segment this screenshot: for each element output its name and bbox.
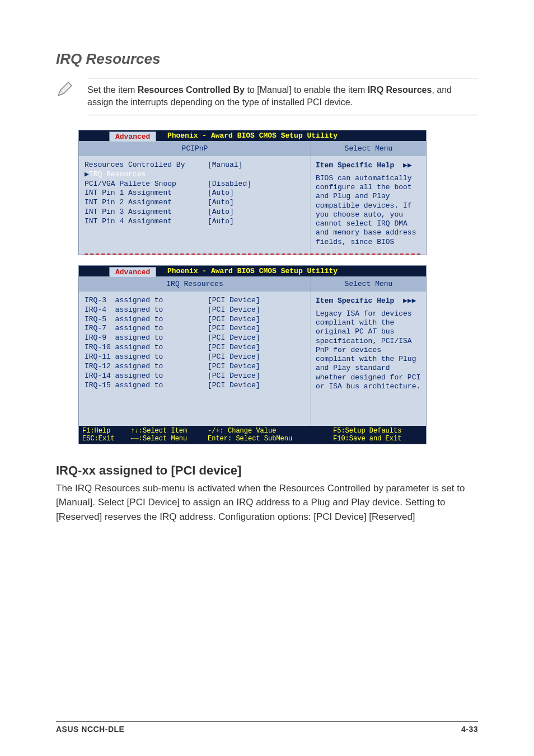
help-text: BIOS can automatically configure all the… bbox=[316, 174, 421, 247]
legend-save: F10:Save and Exit bbox=[333, 435, 423, 443]
bios-setting-label: IRQ-15 assigned to bbox=[85, 381, 208, 391]
bios-setting-row: INT Pin 3 Assignment[Auto] bbox=[85, 208, 305, 217]
footer-page-number: 4-33 bbox=[461, 725, 478, 734]
bios-setting-label: IRQ-14 assigned to bbox=[85, 372, 208, 381]
bios-setting-row: Resources Controlled By[Manual] bbox=[85, 161, 305, 170]
bios-setting-value: [PCI Device] bbox=[208, 324, 305, 334]
bios-setting-value: [PCI Device] bbox=[208, 353, 305, 362]
bios-screen-irq-resources: Phoenix - Award BIOS CMOS Setup Utility … bbox=[78, 265, 478, 444]
bios-setting-value: [Auto] bbox=[208, 198, 305, 208]
bios-setting-row: INT Pin 4 Assignment[Auto] bbox=[85, 217, 305, 227]
bios-setting-row: IRQ-15 assigned to[PCI Device] bbox=[85, 381, 305, 391]
bios-setting-row: INT Pin 2 Assignment[Auto] bbox=[85, 198, 305, 208]
bios-help-panel: Item Specific Help ▶▶ BIOS can automatic… bbox=[311, 156, 426, 253]
note-text-pre: Set the item bbox=[87, 85, 138, 95]
bios-setting-value: [PCI Device] bbox=[208, 296, 305, 306]
bios-setting-row: IRQ-11 assigned to[PCI Device] bbox=[85, 353, 305, 362]
bios-setting-label: INT Pin 3 Assignment bbox=[85, 208, 208, 217]
bios-setting-row: INT Pin 1 Assignment[Auto] bbox=[85, 189, 305, 198]
bios-setting-label: IRQ-11 assigned to bbox=[85, 353, 208, 362]
note-text-mid: to [Manual] to enable the item bbox=[245, 85, 368, 95]
bios-setting-value: [PCI Device] bbox=[208, 381, 305, 391]
bios-setting-value: [Auto] bbox=[208, 208, 305, 217]
bios-title-text: Phoenix - Award BIOS CMOS Setup Utility bbox=[167, 132, 338, 140]
bios-setting-label: IRQ-7 assigned to bbox=[85, 324, 208, 334]
section-heading: IRQ-xx assigned to [PCI device] bbox=[56, 463, 478, 478]
note-bold-1: Resources Controlled By bbox=[138, 85, 245, 95]
bios-setting-row: PCI/VGA Pallete Snoop[Disabled] bbox=[85, 180, 305, 189]
bios-setting-row: IRQ-5 assigned to[PCI Device] bbox=[85, 315, 305, 325]
section-body: The IRQ Resources sub-menu is activated … bbox=[56, 481, 478, 524]
help-text: Legacy ISA for devices compliant with th… bbox=[316, 309, 421, 391]
legend-enter: Enter: Select SubMenu bbox=[208, 435, 320, 443]
bios-main-panel: Resources Controlled By[Manual]IRQ Resou… bbox=[79, 156, 311, 253]
bios-footer-legend: F1:Help ↑↓:Select Item ESC:Exit ←→:Selec… bbox=[79, 426, 426, 444]
footer-product: ASUS NCCH-DLE bbox=[56, 725, 124, 734]
bios-setting-label: IRQ-5 assigned to bbox=[85, 315, 208, 325]
legend-change: -/+: Change Value bbox=[208, 427, 320, 435]
help-title-text: Item Specific Help bbox=[316, 297, 394, 305]
bios-setting-row: IRQ-14 assigned to[PCI Device] bbox=[85, 372, 305, 381]
bios-setting-label: PCI/VGA Pallete Snoop bbox=[85, 180, 208, 189]
bios-setting-value: [PCI Device] bbox=[208, 372, 305, 381]
bios-tab-advanced: Advanced bbox=[109, 267, 156, 277]
note-text: Set the item Resources Controlled By to … bbox=[87, 78, 478, 115]
help-arrows-icon: ▶▶ bbox=[399, 161, 411, 170]
pencil-icon bbox=[56, 80, 74, 98]
bios-setting-label: IRQ Resources bbox=[89, 170, 212, 180]
bios-setting-label: INT Pin 1 Assignment bbox=[85, 189, 208, 198]
bios-setting-value: [Auto] bbox=[208, 217, 305, 227]
note-bold-2: IRQ Resources bbox=[368, 85, 432, 95]
bios-setting-value: [PCI Device] bbox=[208, 343, 305, 353]
legend-exit: ESC:Exit ←→:Select Menu bbox=[82, 435, 194, 443]
bios-setting-value: [Disabled] bbox=[208, 180, 305, 189]
bios-left-header: IRQ Resources bbox=[79, 276, 311, 292]
bios-setting-label: INT Pin 4 Assignment bbox=[85, 217, 208, 227]
bios-setting-value: [PCI Device] bbox=[208, 315, 305, 325]
bios-setting-value: [Auto] bbox=[208, 189, 305, 198]
bios-setting-label: IRQ-3 assigned to bbox=[85, 296, 208, 306]
bios-titlebar: Phoenix - Award BIOS CMOS Setup Utility … bbox=[79, 130, 426, 141]
page-title: IRQ Resources bbox=[56, 50, 478, 68]
bios-setting-row: IRQ-3 assigned to[PCI Device] bbox=[85, 296, 305, 306]
bios-setting-label: IRQ-9 assigned to bbox=[85, 334, 208, 343]
bios-setting-row: IRQ-10 assigned to[PCI Device] bbox=[85, 343, 305, 353]
bios-setting-row: IRQ-12 assigned to[PCI Device] bbox=[85, 362, 305, 372]
legend-defaults: F5:Setup Defaults bbox=[333, 427, 423, 435]
bios-setting-value bbox=[212, 170, 305, 180]
bios-setting-row: IRQ-7 assigned to[PCI Device] bbox=[85, 324, 305, 334]
bios-setting-label: IRQ-12 assigned to bbox=[85, 362, 208, 372]
help-arrows-icon: ▶▶▶ bbox=[399, 296, 416, 305]
page-footer: ASUS NCCH-DLE 4-33 bbox=[56, 721, 478, 734]
help-title-text: Item Specific Help bbox=[316, 161, 394, 170]
note-block: Set the item Resources Controlled By to … bbox=[56, 78, 478, 115]
bios-setting-value: [Manual] bbox=[208, 161, 305, 170]
bios-right-header: Select Menu bbox=[311, 276, 426, 292]
bios-main-panel: IRQ-3 assigned to[PCI Device]IRQ-4 assig… bbox=[79, 292, 311, 426]
bios-left-header: PCIPnP bbox=[79, 141, 311, 156]
bios-setting-label: IRQ-4 assigned to bbox=[85, 306, 208, 315]
bios-setting-label: IRQ-10 assigned to bbox=[85, 343, 208, 353]
bios-help-panel: Item Specific Help ▶▶▶ Legacy ISA for de… bbox=[311, 292, 426, 426]
bios-setting-label: INT Pin 2 Assignment bbox=[85, 198, 208, 208]
bios-titlebar: Phoenix - Award BIOS CMOS Setup Utility … bbox=[79, 266, 426, 276]
bios-setting-row: IRQ-4 assigned to[PCI Device] bbox=[85, 306, 305, 315]
bios-setting-row: IRQ-9 assigned to[PCI Device] bbox=[85, 334, 305, 343]
bios-setting-label: Resources Controlled By bbox=[85, 161, 208, 170]
bios-screen-pcipnp: Phoenix - Award BIOS CMOS Setup Utility … bbox=[78, 130, 478, 255]
bios-setting-value: [PCI Device] bbox=[208, 306, 305, 315]
bios-setting-value: [PCI Device] bbox=[208, 334, 305, 343]
bios-setting-row: IRQ Resources bbox=[85, 170, 305, 180]
bios-title-text: Phoenix - Award BIOS CMOS Setup Utility bbox=[167, 267, 338, 275]
bios-setting-value: [PCI Device] bbox=[208, 362, 305, 372]
legend-help: F1:Help ↑↓:Select Item bbox=[82, 427, 194, 435]
bios-right-header: Select Menu bbox=[311, 141, 426, 156]
bios-tab-advanced: Advanced bbox=[109, 132, 156, 142]
truncation-indicator bbox=[85, 253, 420, 255]
